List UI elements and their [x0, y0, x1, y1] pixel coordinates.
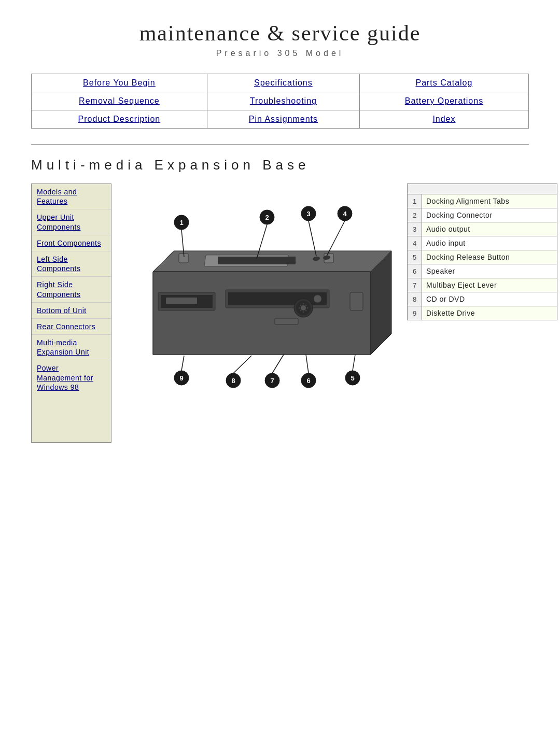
legend-item-3: 3 Audio output [408, 222, 557, 236]
legend-label-3: Audio output [422, 222, 557, 236]
legend-header-row [408, 184, 557, 194]
nav-troubleshooting[interactable]: Troubleshooting [250, 96, 317, 105]
legend-num-5: 5 [408, 250, 422, 264]
svg-text:4: 4 [343, 210, 347, 218]
svg-text:7: 7 [270, 377, 274, 385]
sidebar-item-models-features[interactable]: Models and Features [32, 184, 111, 209]
legend-label-9: Diskette Drive [422, 306, 557, 320]
svg-point-20 [301, 305, 306, 310]
svg-point-23 [303, 303, 304, 305]
sidebar-item-left-side[interactable]: Left Side Components [32, 251, 111, 277]
svg-rect-29 [275, 318, 298, 324]
sidebar-item-right-side[interactable]: Right Side Components [32, 277, 111, 302]
legend-area: 1 Docking Alignment Tabs 2 Docking Conne… [407, 184, 557, 443]
legend-item-6: 6 Speaker [408, 264, 557, 278]
sidebar-item-multimedia[interactable]: Multi-media Expansion Unit [32, 335, 111, 360]
legend-item-5: 5 Docking Release Button [408, 250, 557, 264]
legend-num-4: 4 [408, 236, 422, 250]
svg-point-27 [300, 310, 302, 312]
nav-specifications[interactable]: Specifications [254, 78, 313, 87]
sidebar-item-power-management[interactable]: Power Management for Windows 98 [32, 360, 111, 395]
device-diagram: 1 2 3 4 5 6 7 [122, 189, 397, 406]
legend-label-5: Docking Release Button [422, 250, 557, 264]
legend-num-6: 6 [408, 264, 422, 278]
svg-text:6: 6 [306, 377, 310, 385]
svg-text:1: 1 [179, 219, 183, 227]
svg-point-28 [305, 310, 307, 312]
legend-num-2: 2 [408, 208, 422, 222]
svg-rect-12 [228, 292, 327, 305]
subtitle: Presario 305 Model [31, 49, 529, 58]
nav-removal-sequence[interactable]: Removal Sequence [79, 96, 160, 105]
legend-item-1: 1 Docking Alignment Tabs [408, 194, 557, 208]
svg-text:5: 5 [351, 374, 354, 382]
nav-index[interactable]: Index [432, 115, 455, 123]
page-title: Multi-media Expansion Base [31, 157, 529, 173]
nav-row-1: Before You Begin Specifications Parts Ca… [32, 74, 529, 92]
svg-text:3: 3 [306, 210, 310, 218]
svg-line-47 [306, 355, 309, 373]
legend-label-4: Audio input [422, 236, 557, 250]
svg-point-24 [303, 312, 304, 313]
legend-num-3: 3 [408, 222, 422, 236]
svg-line-50 [272, 355, 284, 373]
legend-label-6: Speaker [422, 264, 557, 278]
legend-num-9: 9 [408, 306, 422, 320]
nav-parts-catalog[interactable]: Parts Catalog [415, 78, 472, 87]
svg-point-26 [305, 305, 307, 306]
legend-item-8: 8 CD or DVD [408, 292, 557, 306]
svg-line-44 [353, 355, 355, 371]
legend-header [408, 184, 557, 194]
svg-rect-17 [350, 292, 363, 310]
legend-num-7: 7 [408, 278, 422, 292]
legend-table: 1 Docking Alignment Tabs 2 Docking Conne… [407, 184, 557, 320]
svg-line-53 [233, 356, 251, 373]
legend-item-2: 2 Docking Connector [408, 208, 557, 222]
sidebar: Models and Features Upper Unit Component… [31, 184, 111, 443]
svg-line-56 [181, 356, 184, 371]
legend-num-8: 8 [408, 292, 422, 306]
nav-row-2: Removal Sequence Troubleshooting Battery… [32, 92, 529, 110]
svg-point-25 [300, 305, 302, 306]
legend-item-4: 4 Audio input [408, 236, 557, 250]
legend-label-1: Docking Alignment Tabs [422, 194, 557, 208]
svg-text:8: 8 [231, 377, 235, 385]
legend-label-8: CD or DVD [422, 292, 557, 306]
svg-rect-16 [166, 298, 197, 304]
diagram-area: 1 2 3 4 5 6 7 [111, 184, 407, 443]
svg-point-22 [307, 307, 309, 309]
svg-marker-3 [153, 272, 371, 355]
sidebar-item-upper-unit[interactable]: Upper Unit Components [32, 209, 111, 235]
nav-row-3: Product Description Pin Assignments Inde… [32, 110, 529, 129]
main-content: Models and Features Upper Unit Component… [31, 184, 529, 443]
svg-point-21 [299, 307, 300, 309]
svg-text:9: 9 [179, 374, 183, 382]
svg-text:2: 2 [265, 214, 269, 221]
legend-item-9: 9 Diskette Drive [408, 306, 557, 320]
nav-pin-assignments[interactable]: Pin Assignments [249, 115, 318, 123]
nav-table: Before You Begin Specifications Parts Ca… [31, 74, 529, 129]
legend-num-1: 1 [408, 194, 422, 208]
legend-item-7: 7 Multibay Eject Lever [408, 278, 557, 292]
sidebar-item-bottom[interactable]: Bottom of Unit [32, 303, 111, 319]
sidebar-item-rear-connectors[interactable]: Rear Connectors [32, 319, 111, 335]
nav-product-description[interactable]: Product Description [78, 115, 161, 123]
legend-label-2: Docking Connector [422, 208, 557, 222]
main-title: maintenance & service guide [31, 21, 529, 46]
nav-before-you-begin[interactable]: Before You Begin [83, 78, 156, 87]
sidebar-item-front-components[interactable]: Front Components [32, 235, 111, 251]
legend-label-7: Multibay Eject Lever [422, 278, 557, 292]
svg-rect-13 [314, 295, 321, 303]
nav-battery-operations[interactable]: Battery Operations [405, 96, 483, 105]
header: maintenance & service guide Presario 305… [31, 21, 529, 58]
divider [31, 144, 529, 145]
